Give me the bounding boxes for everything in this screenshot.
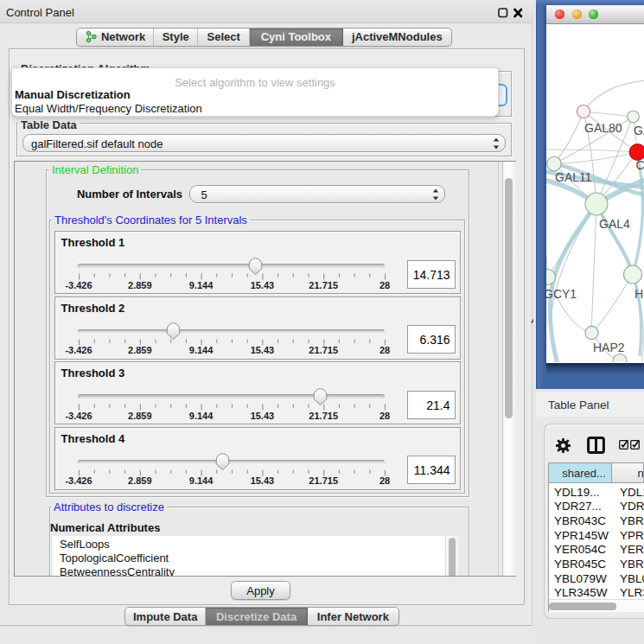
svg-text:H: H xyxy=(634,287,643,301)
svg-text:GAL4: GAL4 xyxy=(599,217,630,231)
svg-text:C: C xyxy=(636,158,644,172)
svg-text:GCY1: GCY1 xyxy=(546,287,577,301)
svg-text:GAL11: GAL11 xyxy=(555,170,592,184)
svg-text:HAP2: HAP2 xyxy=(593,341,625,354)
svg-text:GA: GA xyxy=(634,124,644,137)
svg-text:GAL80: GAL80 xyxy=(584,121,622,135)
